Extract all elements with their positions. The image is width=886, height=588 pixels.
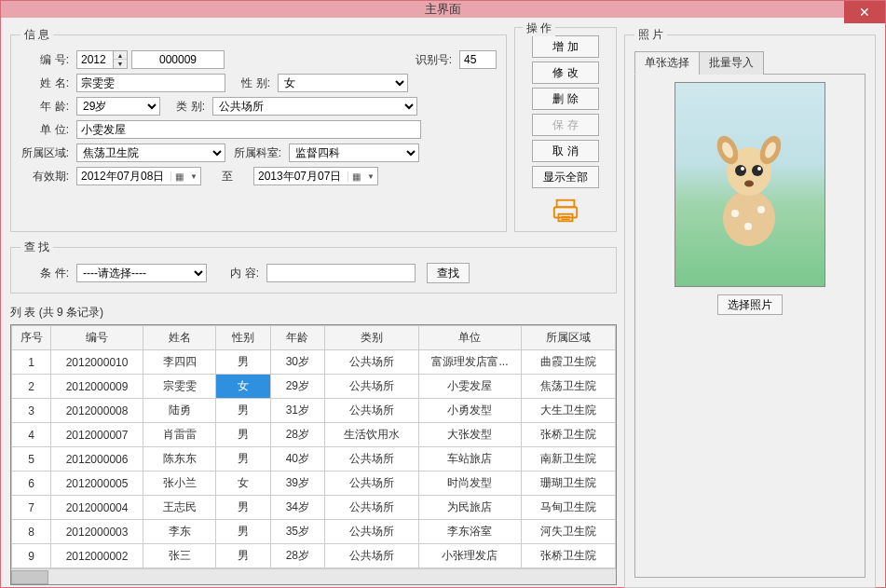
date-from-input[interactable] — [77, 168, 170, 185]
calendar-icon[interactable]: ▦ — [170, 171, 187, 182]
col-header[interactable]: 编号 — [51, 326, 143, 350]
table-cell[interactable]: 陈东东 — [143, 447, 215, 472]
table-cell[interactable]: 小勇发型 — [418, 399, 522, 423]
table-cell[interactable]: 2012000010 — [51, 350, 143, 375]
data-table[interactable]: 序号编号姓名性别年龄类别单位所属区域 12012000010李四四男30岁公共场… — [11, 325, 616, 568]
table-cell[interactable]: 28岁 — [270, 423, 324, 447]
table-cell[interactable]: 2012000008 — [51, 399, 143, 423]
table-cell[interactable]: 35岁 — [270, 520, 324, 544]
table-row[interactable]: 12012000010李四四男30岁公共场所富源理发店富...曲霞卫生院 — [12, 350, 616, 375]
table-cell[interactable]: 31岁 — [270, 399, 324, 423]
table-cell[interactable]: 男 — [216, 520, 270, 544]
table-row[interactable]: 42012000007肖雷雷男28岁生活饮用水大张发型张桥卫生院 — [12, 423, 616, 447]
table-cell[interactable]: 李东浴室 — [418, 520, 522, 544]
table-cell[interactable]: 女 — [216, 472, 270, 496]
table-cell[interactable]: 2012000009 — [51, 375, 143, 399]
table-cell[interactable]: 张小兰 — [143, 472, 215, 496]
table-cell[interactable]: 2012000006 — [51, 447, 143, 472]
tab-batch[interactable]: 批量导入 — [699, 51, 764, 75]
year-spinner[interactable]: ▲▼ — [76, 50, 128, 69]
col-header[interactable]: 单位 — [418, 326, 522, 350]
spin-up-icon[interactable]: ▲ — [114, 51, 127, 60]
table-cell[interactable]: 时尚发型 — [418, 472, 522, 496]
table-cell[interactable]: 7 — [12, 496, 51, 520]
spin-down-icon[interactable]: ▼ — [114, 60, 127, 68]
table-cell[interactable]: 曲霞卫生院 — [522, 350, 616, 375]
table-cell[interactable]: 张三 — [143, 544, 215, 568]
table-cell[interactable]: 陆勇 — [143, 399, 215, 423]
keshi-select[interactable]: 监督四科 — [289, 144, 419, 162]
table-cell[interactable]: 公共场所 — [325, 350, 419, 375]
neirong-input[interactable] — [266, 264, 416, 282]
xingming-input[interactable] — [76, 74, 225, 92]
table-cell[interactable]: 女 — [216, 375, 270, 399]
table-row[interactable]: 92012000002张三男28岁公共场所小张理发店张桥卫生院 — [12, 544, 616, 568]
chevron-down-icon[interactable]: ▼ — [364, 172, 377, 181]
table-cell[interactable]: 马甸卫生院 — [522, 496, 616, 520]
table-cell[interactable]: 40岁 — [270, 447, 324, 472]
table-cell[interactable]: 公共场所 — [325, 496, 419, 520]
print-icon[interactable] — [549, 196, 582, 226]
table-cell[interactable]: 9 — [12, 544, 51, 568]
table-cell[interactable]: 大生卫生院 — [522, 399, 616, 423]
col-header[interactable]: 性别 — [216, 326, 270, 350]
leibie-select[interactable]: 公共场所 — [212, 97, 417, 116]
table-cell[interactable]: 李东 — [143, 520, 215, 544]
hscrollbar[interactable] — [11, 568, 616, 584]
date-to-input[interactable] — [254, 168, 348, 185]
col-header[interactable]: 姓名 — [143, 326, 215, 350]
table-cell[interactable]: 大张发型 — [418, 423, 522, 447]
table-cell[interactable]: 肖雷雷 — [143, 423, 215, 447]
table-cell[interactable]: 男 — [216, 447, 270, 472]
edit-button[interactable]: 修 改 — [532, 62, 599, 84]
table-cell[interactable]: 张桥卫生院 — [522, 423, 616, 447]
quyu-select[interactable]: 焦荡卫生院 — [76, 144, 225, 162]
table-cell[interactable]: 4 — [12, 423, 51, 447]
table-cell[interactable]: 2012000007 — [51, 423, 143, 447]
table-cell[interactable]: 为民旅店 — [418, 496, 522, 520]
table-row[interactable]: 22012000009宗雯雯女29岁公共场所小雯发屋焦荡卫生院 — [12, 375, 616, 399]
table-cell[interactable]: 29岁 — [270, 375, 324, 399]
table-cell[interactable]: 宗雯雯 — [143, 375, 215, 399]
xingbie-select[interactable]: 女 — [278, 74, 408, 92]
table-cell[interactable]: 34岁 — [270, 496, 324, 520]
table-cell[interactable]: 小张理发店 — [418, 544, 522, 568]
select-photo-button[interactable]: 选择照片 — [717, 294, 783, 315]
table-cell[interactable]: 生活饮用水 — [325, 423, 419, 447]
table-cell[interactable]: 39岁 — [270, 472, 324, 496]
table-cell[interactable]: 男 — [216, 423, 270, 447]
col-header[interactable]: 年龄 — [270, 326, 324, 350]
table-cell[interactable]: 李四四 — [143, 350, 215, 375]
close-icon[interactable]: ✕ — [844, 1, 885, 23]
col-header[interactable]: 类别 — [325, 326, 419, 350]
table-cell[interactable]: 6 — [12, 472, 51, 496]
shibiehao-input[interactable] — [459, 50, 497, 69]
table-cell[interactable]: 富源理发店富... — [418, 350, 522, 375]
date-to[interactable]: ▦▼ — [253, 167, 378, 185]
table-cell[interactable]: 公共场所 — [325, 375, 419, 399]
table-cell[interactable]: 30岁 — [270, 350, 324, 375]
cancel-button[interactable]: 取 消 — [532, 140, 599, 162]
table-cell[interactable]: 男 — [216, 350, 270, 375]
table-cell[interactable]: 1 — [12, 350, 51, 375]
table-cell[interactable]: 公共场所 — [325, 520, 419, 544]
scroll-thumb[interactable] — [11, 570, 48, 584]
year-input[interactable] — [76, 50, 114, 69]
table-cell[interactable]: 2012000003 — [51, 520, 143, 544]
table-cell[interactable]: 2 — [12, 375, 51, 399]
showall-button[interactable]: 显示全部 — [532, 166, 599, 188]
table-cell[interactable]: 王志民 — [143, 496, 215, 520]
calendar-icon[interactable]: ▦ — [348, 171, 364, 182]
tiaojian-select[interactable]: ----请选择---- — [76, 264, 207, 282]
table-cell[interactable]: 28岁 — [270, 544, 324, 568]
table-cell[interactable]: 男 — [216, 496, 270, 520]
table-cell[interactable]: 3 — [12, 399, 51, 423]
delete-button[interactable]: 删 除 — [532, 88, 599, 110]
table-cell[interactable]: 男 — [216, 544, 270, 568]
table-cell[interactable]: 公共场所 — [325, 447, 419, 472]
table-cell[interactable]: 5 — [12, 447, 51, 472]
table-cell[interactable]: 焦荡卫生院 — [522, 375, 616, 399]
table-cell[interactable]: 公共场所 — [325, 544, 419, 568]
tab-single[interactable]: 单张选择 — [634, 51, 700, 75]
seq-input[interactable] — [131, 50, 225, 69]
